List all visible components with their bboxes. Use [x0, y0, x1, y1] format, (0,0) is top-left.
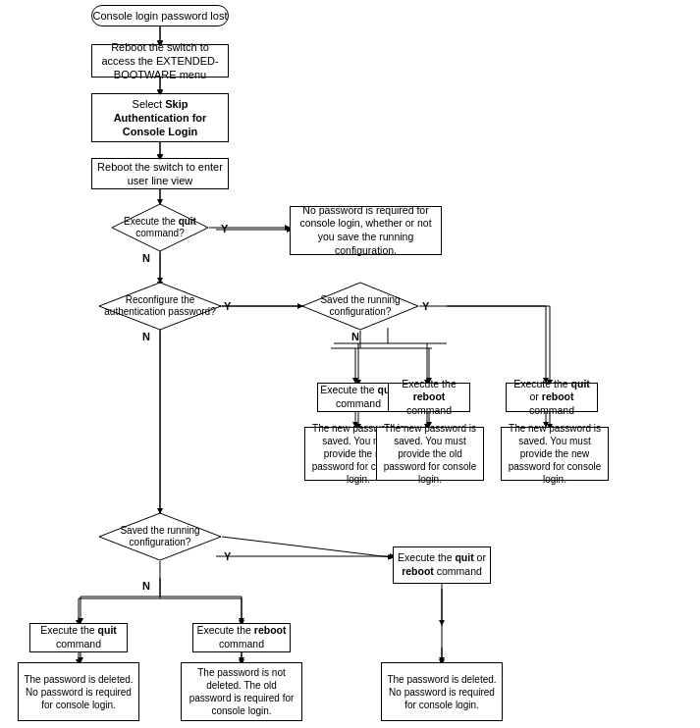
exec-quit-bot-label: Execute the quit command [32, 624, 125, 650]
diamond4-n-label: N [142, 580, 150, 592]
result-qr-top-node: The new password is saved. You must prov… [501, 427, 609, 481]
svg-line-47 [222, 537, 391, 557]
diamond2-y-label: Y [224, 300, 231, 312]
reboot2-label: Reboot the switch to enter user line vie… [95, 160, 225, 188]
diamond1-y-label: Y [221, 223, 228, 234]
result-qr-bot-node: The password is deleted. No password is … [381, 662, 503, 721]
flowchart: Console login password lost Reboot the s… [0, 0, 700, 728]
diamond3-container: Saved the running configuration? [301, 282, 419, 331]
diamond3-y-label: Y [422, 300, 429, 312]
diamond1-n-label: N [142, 252, 150, 264]
reboot1-label: Reboot the switch to access the EXTENDED… [95, 40, 225, 82]
diamond3-label: Saved the running configuration? [305, 294, 415, 318]
exec-quit-bot-node: Execute the quit command [29, 623, 128, 652]
diamond1-label: Execute the quit command? [113, 216, 207, 239]
diamond4-y-label: Y [224, 550, 231, 562]
reboot1-node: Reboot the switch to access the EXTENDED… [91, 44, 229, 78]
diamond2-n-label: N [142, 331, 150, 342]
no-pwd-label: No password is required for console logi… [295, 204, 437, 258]
diamond3-n-label: N [351, 331, 359, 342]
exec-quit-reboot-top-label: Execute the quit or reboot command [509, 378, 595, 418]
exec-reboot-top-label: Execute the reboot command [391, 378, 467, 418]
skip-auth-label: Select Skip Authentication for Console L… [95, 97, 225, 139]
skip-auth-node: Select Skip Authentication for Console L… [91, 93, 229, 142]
start-node: Console login password lost [91, 5, 229, 26]
exec-reboot-top-node: Execute the reboot command [388, 383, 470, 412]
diamond4-label: Saved the running configuration? [102, 525, 218, 548]
result-reboot-bot-label: The password is not deleted. The old pas… [185, 666, 298, 717]
result-qr-top-label: The new password is saved. You must prov… [505, 422, 605, 486]
result-qr-bot-label: The password is deleted. No password is … [385, 673, 499, 711]
diamond1-container: Execute the quit command? [111, 203, 209, 252]
result-reboot-top-label: The new password is saved. You must prov… [380, 422, 480, 486]
exec-quit-top-label: Execute the quit command [320, 384, 397, 410]
result-quit-bot-node: The password is deleted. No password is … [18, 662, 139, 721]
no-pwd-required-node: No password is required for console logi… [290, 206, 442, 255]
reboot2-node: Reboot the switch to enter user line vie… [91, 158, 229, 189]
diamond2-label: Reconfigure the authentication password? [102, 294, 218, 318]
result-quit-bot-label: The password is deleted. No password is … [22, 673, 135, 711]
exec-quit-reboot-bot-node: Execute the quit or reboot command [393, 546, 491, 584]
exec-reboot-bot-label: Execute the reboot command [195, 624, 288, 650]
diamond2-container: Reconfigure the authentication password? [98, 282, 222, 331]
exec-quit-reboot-bot-label: Execute the quit or reboot command [397, 551, 487, 578]
exec-reboot-bot-node: Execute the reboot command [192, 623, 291, 652]
exec-quit-reboot-top-node: Execute the quit or reboot command [506, 383, 598, 412]
start-label: Console login password lost [93, 9, 228, 23]
result-reboot-top-node: The new password is saved. You must prov… [376, 427, 484, 481]
diamond4-container: Saved the running configuration? [98, 512, 222, 561]
result-reboot-bot-node: The password is not deleted. The old pas… [181, 662, 302, 721]
